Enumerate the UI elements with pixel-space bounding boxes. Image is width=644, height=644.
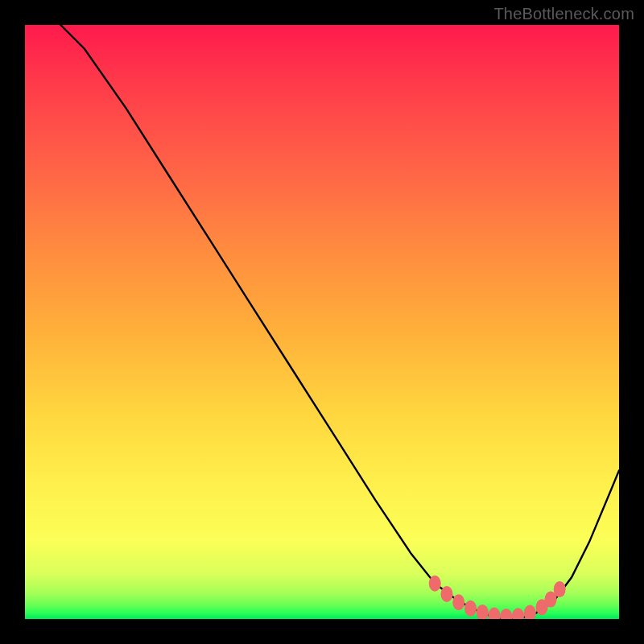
optimum-marker bbox=[500, 609, 512, 619]
watermark-text: TheBottleneck.com bbox=[493, 5, 634, 23]
plot-area bbox=[25, 25, 619, 619]
optimum-marker bbox=[464, 601, 477, 617]
outer-frame: TheBottleneck.com bbox=[0, 0, 644, 644]
optimum-marker bbox=[554, 581, 566, 597]
optimum-marker bbox=[452, 594, 464, 610]
optimum-marker bbox=[524, 605, 536, 619]
optimum-marker bbox=[489, 608, 501, 619]
optimum-marker bbox=[441, 586, 453, 602]
optimum-marker bbox=[477, 605, 489, 619]
marker-svg bbox=[25, 25, 619, 619]
optimum-marker bbox=[512, 608, 524, 619]
optimum-marker bbox=[429, 576, 441, 592]
optimum-markers bbox=[429, 576, 566, 619]
